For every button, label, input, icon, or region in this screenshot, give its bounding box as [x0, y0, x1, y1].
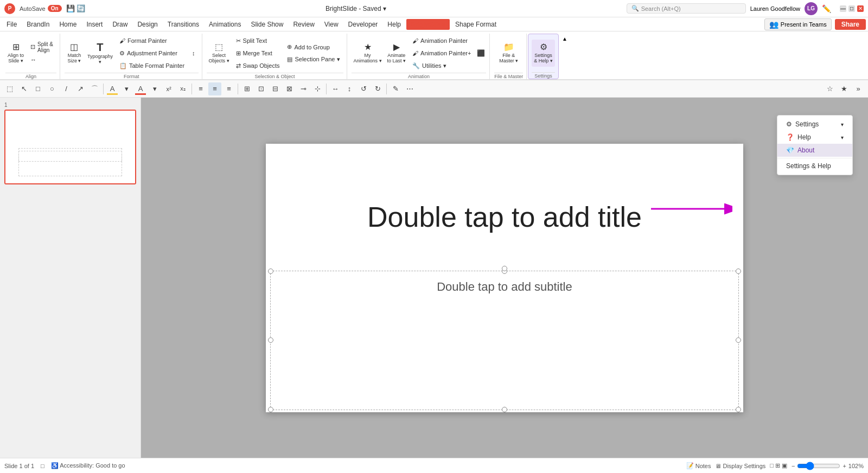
zoom-out-button[interactable]: − — [792, 463, 795, 469]
menu-animations[interactable]: Animations — [205, 19, 245, 30]
select-objects-button[interactable]: ⬚ SelectObjects ▾ — [207, 40, 232, 67]
file-master-button[interactable]: 📁 File &Master ▾ — [497, 40, 520, 67]
present-teams-button[interactable]: 👥 Present in Teams — [764, 18, 832, 30]
edit-icon[interactable]: ✏️ — [822, 4, 831, 13]
ungroup-button[interactable]: ⊡ — [254, 82, 267, 95]
dropdown-settings-help-item[interactable]: Settings & Help — [777, 159, 852, 172]
send-backward-button[interactable]: ⊠ — [283, 82, 296, 95]
handle-ml[interactable] — [268, 337, 273, 343]
flip-v-button[interactable]: ↕ — [343, 82, 356, 95]
merge-text-button[interactable]: ⊞ Merge Text — [233, 47, 283, 59]
font-color-dropdown-button[interactable]: ▾ — [148, 82, 161, 95]
zoom-slider[interactable] — [797, 462, 840, 470]
animation-expand-button[interactable]: ⬛ — [475, 49, 486, 57]
swap-objects-button[interactable]: ⇄ Swap Objects — [233, 60, 283, 72]
display-settings-button[interactable]: 🖥 Display Settings — [715, 463, 765, 469]
settings-help-button[interactable]: ⚙ Settings& Help ▾ — [532, 40, 555, 67]
format-expand-button[interactable]: ↕ — [189, 47, 199, 59]
slide-thumbnail[interactable] — [4, 110, 136, 184]
autosave-toggle[interactable]: On — [48, 5, 62, 12]
presenter-view-button[interactable]: ▣ — [782, 462, 787, 469]
handle-bl[interactable] — [268, 407, 273, 412]
menu-design[interactable]: Design — [133, 19, 162, 30]
handle-tr[interactable] — [736, 269, 741, 274]
menu-review[interactable]: Review — [289, 19, 318, 30]
animate-to-last-button[interactable]: ▶ Animateto Last ▾ — [385, 40, 409, 67]
slide-canvas[interactable]: Double tap to add title Double tap to ad… — [266, 144, 743, 412]
typography-button[interactable]: T Typography▾ — [85, 40, 115, 67]
handle-bm[interactable] — [502, 407, 507, 412]
rotate-left-button[interactable]: ↺ — [357, 82, 370, 95]
user-avatar[interactable]: LG — [805, 2, 818, 15]
handle-br[interactable] — [736, 407, 741, 412]
font-color-button[interactable]: A — [134, 82, 147, 95]
more-button[interactable]: » — [852, 82, 865, 95]
menu-brightslide[interactable]: BrightSlide — [406, 19, 450, 30]
menu-transitions[interactable]: Transitions — [163, 19, 203, 30]
animation-painter-plus-button[interactable]: 🖌 Animation Painter+ — [409, 47, 474, 59]
arrow-tool-button[interactable]: ↗ — [74, 82, 87, 95]
handle-tl[interactable] — [268, 269, 273, 274]
more-tools-button[interactable]: ⋯ — [403, 82, 416, 95]
extra-1-button[interactable]: ☆ — [824, 82, 837, 95]
align-center-button[interactable]: ≡ — [208, 82, 221, 95]
minimize-button[interactable]: — — [840, 5, 846, 12]
dropdown-about-item[interactable]: 💎 About — [777, 144, 852, 157]
utilities-button[interactable]: 🔧 Utilities ▾ — [409, 60, 474, 72]
menu-developer[interactable]: Developer — [344, 19, 382, 30]
match-size-button[interactable]: ◫ MatchSize ▾ — [65, 40, 84, 67]
handle-mr[interactable] — [736, 337, 741, 343]
rectangle-tool-button[interactable]: □ — [31, 82, 44, 95]
selection-pane-button[interactable]: ▤ Selection Pane ▾ — [284, 54, 343, 66]
pencil-tool-button[interactable]: ✎ — [389, 82, 402, 95]
extra-2-button[interactable]: ★ — [838, 82, 851, 95]
group-button[interactable]: ⊞ — [240, 82, 253, 95]
menu-view[interactable]: View — [320, 19, 343, 30]
menu-shape-format[interactable]: Shape Format — [451, 19, 501, 30]
zoom-in-button[interactable]: + — [843, 463, 846, 469]
page-indicator-icon[interactable]: □ — [41, 463, 44, 469]
table-format-painter-button[interactable]: 📋 Table Format Painter — [116, 60, 188, 72]
share-button[interactable]: Share — [835, 19, 866, 30]
rotate-handle[interactable] — [502, 266, 507, 271]
menu-file[interactable]: File — [2, 19, 21, 30]
bring-forward-button[interactable]: ⊟ — [269, 82, 282, 95]
align-extra-button[interactable]: ↔ — [27, 54, 56, 66]
curve-tool-button[interactable]: ⌒ — [88, 82, 101, 95]
align-to-slide-button[interactable]: ⊞ Align toSlide ▾ — [5, 40, 26, 67]
maximize-button[interactable]: □ — [848, 5, 855, 12]
distribute-h-button[interactable]: ⊸ — [297, 82, 310, 95]
menu-home[interactable]: Home — [55, 19, 81, 30]
fill-color-button[interactable]: A — [106, 82, 119, 95]
normal-view-button[interactable]: □ — [770, 462, 774, 469]
dropdown-settings-item[interactable]: ⚙ Settings ▾ — [777, 118, 852, 131]
menu-slideshow[interactable]: Slide Show — [246, 19, 288, 30]
menu-help[interactable]: Help — [383, 19, 405, 30]
subscript-button[interactable]: x₂ — [176, 82, 189, 95]
rotate-right-button[interactable]: ↻ — [371, 82, 384, 95]
add-to-group-button[interactable]: ⊕ Add to Group — [284, 41, 343, 53]
ribbon-collapse-button[interactable]: ▲ — [560, 34, 570, 79]
search-bar[interactable]: 🔍 Search (Alt+Q) — [627, 3, 746, 14]
animation-painter-button[interactable]: 🖌 Animation Painter — [409, 35, 474, 47]
split-text-button[interactable]: ✂ Split Text — [233, 35, 283, 47]
close-button[interactable]: ✕ — [857, 5, 864, 12]
menu-insert[interactable]: Insert — [82, 19, 107, 30]
notes-button[interactable]: 📝 Notes — [686, 462, 711, 469]
superscript-button[interactable]: x² — [162, 82, 175, 95]
cursor-tool-button[interactable]: ↖ — [17, 82, 30, 95]
slide-subtitle-placeholder[interactable]: Double tap to add subtitle — [270, 271, 739, 410]
flip-h-button[interactable]: ↔ — [329, 82, 342, 95]
grid-view-button[interactable]: ⊞ — [775, 462, 780, 469]
align-right-button[interactable]: ≡ — [222, 82, 235, 95]
distribute-v-button[interactable]: ⊹ — [311, 82, 324, 95]
fill-dropdown-button[interactable]: ▾ — [120, 82, 133, 95]
select-tool-button[interactable]: ⬚ — [3, 82, 16, 95]
dropdown-help-item[interactable]: ❓ Help ▾ — [777, 131, 852, 144]
menu-brandin[interactable]: BrandIn — [22, 19, 54, 30]
align-left-button[interactable]: ≡ — [194, 82, 207, 95]
menu-draw[interactable]: Draw — [108, 19, 132, 30]
my-animations-button[interactable]: ★ MyAnimations ▾ — [352, 40, 384, 67]
split-align-button[interactable]: ⊡ Split &Align — [27, 41, 56, 53]
format-painter-button[interactable]: 🖌 Format Painter — [116, 35, 188, 47]
